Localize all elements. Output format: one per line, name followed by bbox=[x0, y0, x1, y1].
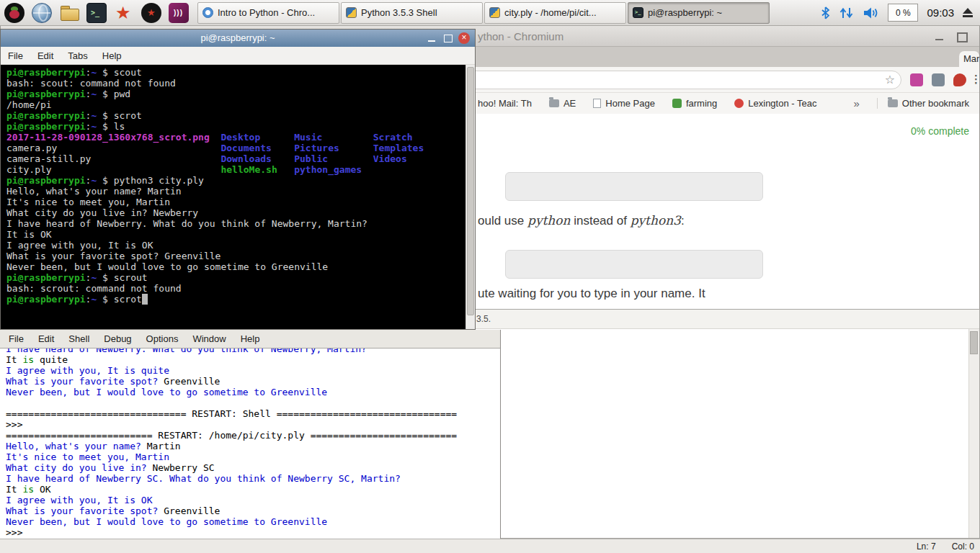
shell-menu-help[interactable]: Help bbox=[233, 333, 267, 344]
shell-line: It is OK bbox=[6, 484, 499, 495]
shell-line: Never been, but I would love to go somet… bbox=[6, 516, 499, 527]
scrollbar-thumb[interactable] bbox=[970, 331, 978, 354]
eject-icon[interactable] bbox=[963, 8, 973, 17]
shell-menu-debug[interactable]: Debug bbox=[97, 333, 138, 344]
shell-line: I have heard of Newberry SC. What do you… bbox=[6, 473, 499, 484]
taskbar-window-city-ply-editor[interactable]: city.ply - /home/pi/cit... bbox=[484, 2, 626, 24]
course-progress: 0% complete bbox=[911, 125, 969, 137]
shell-menu-file[interactable]: File bbox=[1, 333, 31, 344]
terminal-title: pi@raspberrypi: ~ bbox=[1, 30, 475, 47]
terminal-text-area[interactable]: pi@raspberrypi:~ $ scoutbash: scout: com… bbox=[1, 65, 475, 329]
terminal-menubar: FileEditTabsHelp bbox=[1, 47, 475, 65]
taskbar: Intro to Python - Chro...Python 3.5.3 Sh… bbox=[0, 0, 980, 26]
idle-editor-window: 3.5. bbox=[471, 309, 980, 539]
bookmark-ae-folder[interactable]: AE bbox=[549, 98, 576, 109]
editor-text-area[interactable] bbox=[472, 329, 968, 538]
bluetooth-icon[interactable] bbox=[821, 6, 830, 19]
shell-line: It's nice to meet you, Martin bbox=[6, 451, 499, 462]
raspberry-menu-launcher[interactable] bbox=[4, 3, 24, 23]
bookmark-farming[interactable]: farming bbox=[672, 98, 717, 109]
browser-menu-icon[interactable]: ⋮ bbox=[971, 73, 980, 86]
shell-line: What is your favorite spot? Greenville bbox=[6, 505, 499, 516]
bookmark-star-icon[interactable]: ☆ bbox=[885, 73, 895, 87]
terminal-line: What is your favorite spot? Greenville bbox=[6, 251, 463, 261]
shell-line: ================================ RESTART… bbox=[6, 408, 499, 419]
bookmark-yahoo-mail[interactable]: hoo! Mail: Th bbox=[478, 98, 532, 109]
terminal-menu-tabs[interactable]: Tabs bbox=[61, 50, 94, 61]
terminal-launcher[interactable] bbox=[86, 3, 107, 23]
terminal-output: pi@raspberrypi:~ $ scoutbash: scout: com… bbox=[1, 65, 475, 305]
sonic-pi-launcher[interactable] bbox=[169, 3, 189, 23]
volume-icon[interactable] bbox=[863, 6, 879, 19]
terminal-line: It is OK bbox=[6, 229, 463, 240]
extension-icon[interactable] bbox=[910, 73, 923, 86]
clock[interactable]: 09:03 bbox=[927, 6, 954, 19]
editor-scrollbar[interactable] bbox=[968, 329, 979, 538]
page-paragraph: ute waiting for you to type in your name… bbox=[478, 287, 705, 301]
idle-icon bbox=[489, 7, 500, 18]
taskbar-windows: Intro to Python - Chro...Python 3.5.3 Sh… bbox=[197, 2, 770, 24]
shell-text-area[interactable]: I have heard of Newberry. What do you th… bbox=[0, 349, 499, 539]
terminal-scrollbar[interactable] bbox=[466, 65, 475, 329]
editor-statusbar: Ln: 7 Col: 0 bbox=[0, 539, 980, 553]
terminal-line: Never been, but I would love to go somet… bbox=[6, 261, 463, 272]
shell-line: What city do you live in? Newberry SC bbox=[6, 462, 499, 473]
eject-bar bbox=[963, 15, 973, 17]
wolfram-launcher[interactable] bbox=[141, 3, 161, 23]
terminal-line: It's nice to meet you, Martin bbox=[6, 197, 463, 207]
taskbar-window-chromium-intro-to-python[interactable]: Intro to Python - Chro... bbox=[197, 2, 339, 24]
system-tray: 0 % 09:03 bbox=[821, 4, 980, 22]
shell-line: Never been, but I would love to go somet… bbox=[6, 387, 499, 397]
chromium-maximize-button[interactable] bbox=[956, 32, 966, 41]
terminal-maximize-button[interactable] bbox=[442, 32, 453, 44]
python-shell-window: FileEditShellDebugOptionsWindowHelp I ha… bbox=[0, 330, 501, 539]
terminal-minimize-button[interactable] bbox=[426, 32, 437, 44]
folder-icon bbox=[549, 99, 559, 107]
network-traffic-icon[interactable] bbox=[839, 6, 855, 19]
cpu-monitor[interactable]: 0 % bbox=[888, 4, 918, 22]
mathematica-launcher[interactable] bbox=[114, 3, 134, 23]
shell-menu-window[interactable]: Window bbox=[185, 333, 233, 344]
terminal-menu-file[interactable]: File bbox=[1, 50, 30, 61]
shell-menu-shell[interactable]: Shell bbox=[61, 333, 97, 344]
terminal-line: camera-still.py Downloads Public Videos bbox=[6, 153, 463, 164]
chromium-minimize-button[interactable] bbox=[935, 32, 945, 41]
terminal-line: pi@raspberrypi:~ $ scrot bbox=[6, 294, 463, 305]
terminal-line: camera.py Documents Pictures Templates bbox=[6, 143, 463, 153]
shell-line: Hello, what's your name? Martin bbox=[6, 441, 499, 451]
code-input-box[interactable] bbox=[505, 172, 763, 201]
folder-icon bbox=[888, 99, 898, 107]
shell-line bbox=[6, 397, 499, 408]
shell-line: >>> bbox=[6, 419, 499, 430]
chromium-tab[interactable]: Marti bbox=[959, 51, 979, 67]
green-icon bbox=[672, 99, 682, 108]
shell-menubar: FileEditShellDebugOptionsWindowHelp bbox=[0, 330, 500, 349]
shell-line: I have heard of Newberry. What do you th… bbox=[6, 349, 499, 354]
terminal-menu-edit[interactable]: Edit bbox=[30, 50, 61, 61]
scrollbar-thumb[interactable] bbox=[467, 67, 474, 315]
bookmark-other-bookmarks[interactable]: Other bookmark bbox=[877, 98, 969, 109]
taskbar-window-python-shell[interactable]: Python 3.5.3 Shell bbox=[341, 2, 483, 24]
terminal-menu-help[interactable]: Help bbox=[95, 50, 129, 61]
bookmark-lexington[interactable]: Lexington - Teac bbox=[734, 98, 816, 109]
shell-menu-edit[interactable]: Edit bbox=[31, 333, 61, 344]
adblock-extension-icon[interactable] bbox=[953, 73, 966, 86]
file-manager-launcher[interactable] bbox=[59, 3, 79, 23]
terminal-titlebar: pi@raspberrypi: ~ × bbox=[1, 30, 475, 47]
shell-line: >>> bbox=[6, 527, 499, 538]
shell-line: I agree with you, It is quite bbox=[6, 365, 499, 376]
terminal-line: 2017-11-28-090128_1360x768_scrot.png Des… bbox=[6, 132, 463, 143]
shell-line: I agree with you, It is OK bbox=[6, 495, 499, 505]
web-browser-launcher[interactable] bbox=[32, 3, 52, 23]
page-icon bbox=[593, 99, 601, 108]
terminal-line: I agree with you, It is OK bbox=[6, 240, 463, 251]
shell-menu-options[interactable]: Options bbox=[139, 333, 186, 344]
extension-icon[interactable] bbox=[932, 73, 945, 86]
terminal-window: pi@raspberrypi: ~ × FileEditTabsHelp pi@… bbox=[0, 29, 476, 330]
shell-line: What is your favorite spot? Greenville bbox=[6, 376, 499, 387]
code-input-box[interactable] bbox=[505, 250, 763, 279]
taskbar-window-terminal[interactable]: pi@raspberrypi: ~ bbox=[628, 2, 770, 24]
terminal-close-button[interactable]: × bbox=[458, 32, 470, 44]
bookmark-overflow-chevron[interactable]: » bbox=[853, 97, 859, 109]
bookmark-home-page[interactable]: Home Page bbox=[593, 98, 655, 109]
